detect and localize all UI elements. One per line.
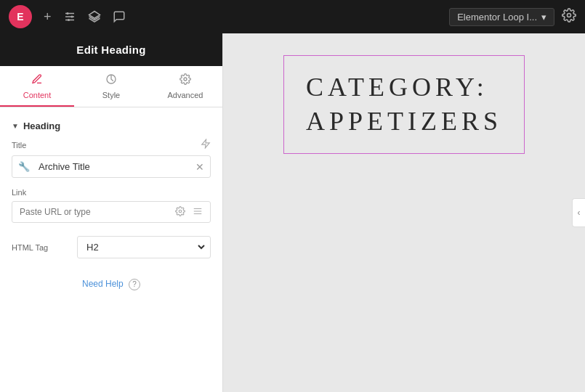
- svg-point-5: [68, 19, 70, 21]
- wrench-icon: 🔧: [12, 161, 36, 172]
- link-list-icon[interactable]: [190, 205, 206, 220]
- tabs: Content Style Advanced: [0, 66, 222, 107]
- section-heading[interactable]: ▼ Heading: [0, 116, 222, 139]
- tab-advanced[interactable]: Advanced: [148, 66, 222, 107]
- dynamic-tags-icon[interactable]: [201, 139, 211, 151]
- top-bar: E + Elementor Loop I... ▾: [0, 0, 585, 33]
- need-help-link[interactable]: Need Help: [82, 279, 124, 289]
- content-tab-label: Content: [23, 91, 52, 99]
- svg-marker-10: [202, 139, 210, 148]
- html-tag-label: HTML Tag: [12, 243, 77, 252]
- svg-point-7: [568, 13, 571, 17]
- top-bar-left: E +: [9, 5, 126, 28]
- section-title: Heading: [23, 121, 60, 131]
- customize-icon[interactable]: [63, 10, 76, 23]
- title-input-wrapper: 🔧 ✕: [12, 155, 211, 178]
- link-label: Link: [12, 188, 211, 197]
- collapse-panel-handle[interactable]: ‹: [572, 198, 585, 227]
- collapse-arrow-icon: ‹: [578, 208, 581, 218]
- link-label-text: Link: [12, 188, 26, 197]
- chevron-down-icon: ▾: [541, 12, 546, 23]
- clear-title-icon[interactable]: ✕: [190, 161, 210, 173]
- tab-style[interactable]: Style: [74, 66, 148, 107]
- heading-block[interactable]: CATEGORY:APPETIZERS: [283, 55, 525, 154]
- canvas-area: CATEGORY:APPETIZERS ‹: [223, 33, 585, 392]
- link-field-group: Link: [0, 188, 222, 233]
- tab-content[interactable]: Content: [0, 66, 74, 107]
- link-icons: [168, 205, 210, 220]
- site-name-dropdown[interactable]: Elementor Loop I... ▾: [449, 8, 554, 26]
- chat-icon[interactable]: [113, 10, 126, 23]
- link-input-wrapper: [12, 201, 211, 223]
- svg-point-4: [70, 16, 73, 18]
- content-tab-icon: [31, 73, 43, 88]
- svg-point-3: [66, 12, 68, 15]
- left-panel: Edit Heading Content Style: [0, 33, 223, 392]
- settings-icon[interactable]: [562, 8, 576, 26]
- advanced-tab-icon: [179, 73, 191, 88]
- top-bar-right: Elementor Loop I... ▾: [449, 8, 576, 26]
- title-field-group: Title 🔧 ✕: [0, 139, 222, 188]
- link-settings-icon[interactable]: [172, 205, 188, 220]
- title-input[interactable]: [36, 156, 190, 177]
- site-name-label: Elementor Loop I...: [457, 12, 537, 23]
- html-tag-group: HTML Tag H1 H2 H3 H4 H5 H6 div span p: [0, 233, 222, 264]
- section-collapse-icon: ▼: [12, 122, 19, 130]
- main-area: Edit Heading Content Style: [0, 33, 585, 392]
- link-input[interactable]: [12, 202, 168, 222]
- panel-body: ▼ Heading Title 🔧 ✕: [0, 107, 222, 392]
- html-tag-select[interactable]: H1 H2 H3 H4 H5 H6 div span p: [81, 238, 207, 256]
- style-tab-label: Style: [102, 91, 120, 99]
- svg-point-11: [179, 210, 182, 213]
- elementor-logo[interactable]: E: [9, 5, 32, 28]
- layers-icon[interactable]: [88, 10, 101, 23]
- need-help-section: Need Help ?: [0, 264, 222, 305]
- canvas-heading: CATEGORY:APPETIZERS: [306, 70, 502, 139]
- svg-point-9: [184, 78, 187, 81]
- help-icon[interactable]: ?: [129, 279, 140, 290]
- advanced-tab-label: Advanced: [168, 91, 203, 99]
- panel-header: Edit Heading: [0, 33, 222, 66]
- title-label: Title: [12, 139, 211, 151]
- style-tab-icon: [105, 73, 117, 88]
- title-label-text: Title: [12, 141, 26, 150]
- add-icon[interactable]: +: [44, 9, 52, 25]
